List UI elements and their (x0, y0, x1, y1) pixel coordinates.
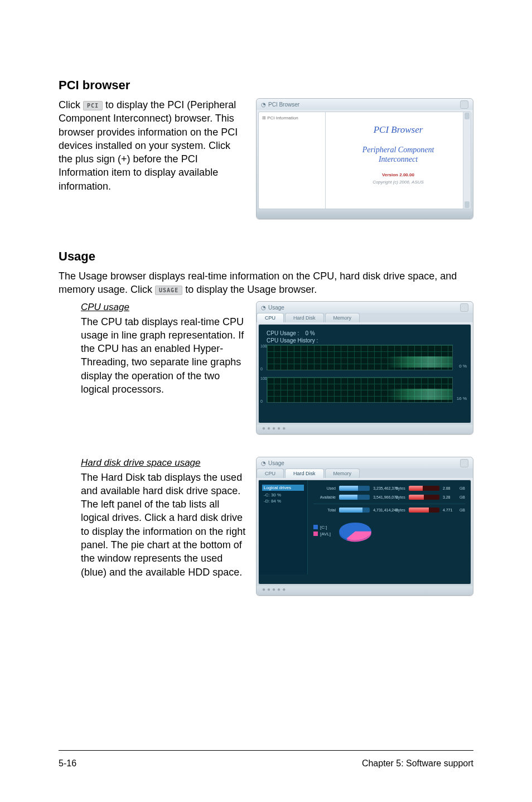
pci-version: Version 2.00.00 (326, 172, 471, 177)
g2-bot: 0 (260, 399, 263, 403)
hdd-window: ◔ Usage CPU Hard Disk Memory Logical dri… (256, 457, 473, 596)
hdd-drive-item[interactable]: -C: 30 % (262, 492, 304, 498)
usage-para-suffix: to display the Usage browser. (185, 284, 317, 295)
hdd-meter-row: Available3,541,966,072Bytes3.28GB (313, 495, 465, 500)
cpu-usage-value: 0 % (305, 330, 315, 336)
hdd-drive-header: Logical drives (262, 485, 304, 491)
pci-tree-node[interactable]: ⊞ PCI Information (262, 115, 322, 120)
meter-unit-right: GB (460, 508, 465, 512)
cpu-tab-row: CPU Hard Disk Memory (257, 313, 473, 322)
meter-num-right: 3.28 (443, 495, 456, 499)
hdd-window-icon: ◔ (261, 460, 266, 466)
pci-tree-panel[interactable]: ⊞ PCI Information (259, 112, 326, 209)
usage-button-inline: USAGE (155, 286, 182, 296)
meter-bar-left (339, 495, 370, 500)
hdd-paragraph: The Hard Disk tab displays the used and … (81, 472, 245, 578)
meter-num-left: 3,541,966,072 (373, 495, 392, 499)
hdd-window-titlebar: ◔ Usage (257, 457, 473, 468)
tab-harddisk[interactable]: Hard Disk (285, 468, 324, 478)
cpu-window-title-label: Usage (268, 305, 284, 311)
meter-unit-left: Bytes (395, 486, 405, 490)
meter-unit-right: GB (460, 495, 465, 499)
legend-avail-code: [AVL] (320, 532, 331, 537)
cpu-usage-label: CPU Usage : 0 % (267, 330, 453, 336)
cpu-history-label: CPU Usage History : (267, 337, 453, 344)
pci-right-sub2: Interconnect (326, 155, 471, 165)
cpu-usage-text: CPU usage The CPU tab displays real-time… (81, 301, 246, 397)
g1-pct: 0 % (459, 364, 467, 369)
g2-pct: 16 % (457, 396, 467, 401)
meter-bar-right (409, 486, 439, 491)
footer-right: Chapter 5: Software support (362, 758, 473, 769)
pci-browser-window: ◔ PCI Browser ⊞ PCI Information PCI Brow… (256, 98, 473, 219)
pci-button-inline: PCI (83, 101, 103, 111)
legend-used-code: [C:] (320, 525, 327, 530)
hdd-meter-row: Used3,235,462,376Bytes2.88GB (313, 486, 465, 491)
meter-bar-left (339, 508, 370, 513)
meter-unit-left: Bytes (395, 495, 405, 499)
hdd-right-panel: Used3,235,462,376Bytes2.88GBAvailable3,5… (308, 480, 471, 574)
pci-right-title: PCI Browser (326, 124, 471, 136)
cpu-usage-window: ◔ Usage CPU Hard Disk Memory CPU Usage : (256, 301, 473, 434)
hdd-drive-list: Logical drives -C: 30 % -D: 84 % (259, 480, 308, 574)
hdd-window-title-text: ◔ Usage (261, 460, 284, 466)
pci-right-sub1: Peripheral Component (326, 146, 471, 155)
close-icon[interactable] (460, 303, 468, 312)
meter-label: Available (313, 495, 336, 499)
pci-window-title-label: PCI Browser (268, 102, 299, 108)
hdd-separator (313, 504, 465, 504)
meter-label: Used (313, 486, 336, 490)
pci-window-titlebar: ◔ PCI Browser (257, 99, 473, 110)
hdd-tab-row: CPU Hard Disk Memory (257, 468, 473, 478)
footer-left: 5-16 (59, 758, 76, 769)
pci-paragraph: Click PCI to display the PCI (Peripheral… (59, 98, 246, 193)
pci-para-suffix: to display the PCI (Peripheral Component… (59, 99, 238, 192)
meter-unit-right: GB (460, 486, 465, 490)
tab-cpu[interactable]: CPU (257, 313, 284, 322)
meter-bar-right (409, 508, 439, 513)
page-footer: 5-16 Chapter 5: Software support (59, 750, 473, 769)
g1-top: 100 (260, 344, 267, 348)
pci-window-footer (257, 211, 473, 219)
g1-bot: 0 (260, 367, 263, 371)
legend-square-pink (313, 532, 318, 536)
meter-bar-left (339, 486, 370, 491)
cpu-window-icon: ◔ (261, 305, 266, 311)
meter-num-left: 3,235,462,376 (373, 486, 392, 490)
cpu-usage-label-text: CPU Usage : (267, 330, 299, 336)
pci-para-prefix: Click (59, 99, 83, 110)
hdd-window-footer: ●●●●● (257, 586, 473, 595)
tab-harddisk[interactable]: Hard Disk (285, 313, 324, 322)
g2-top: 100 (260, 376, 267, 380)
close-icon[interactable] (460, 100, 468, 109)
meter-num-right: 4.771 (443, 508, 456, 512)
close-icon[interactable] (460, 459, 468, 467)
hdd-window-title-label: Usage (268, 460, 284, 466)
cpu-usage-subheading: CPU usage (81, 301, 246, 314)
hdd-drive-item[interactable]: -D: 84 % (262, 498, 304, 504)
meter-num-right: 2.88 (443, 486, 456, 490)
meter-label: Total (313, 508, 336, 512)
scrollbar[interactable] (463, 112, 471, 209)
legend-square-blue (313, 525, 318, 529)
tab-memory[interactable]: Memory (325, 313, 360, 322)
cpu-graph-1: 100 0 0 % (267, 345, 453, 370)
tab-cpu[interactable]: CPU (257, 468, 284, 478)
pci-window-icon: ◔ (261, 102, 266, 108)
pci-tree-node-label: PCI Information (267, 115, 298, 120)
pci-window-title-text: ◔ PCI Browser (261, 102, 299, 108)
cpu-window-titlebar: ◔ Usage (257, 302, 473, 313)
usage-paragraph: The Usage browser displays real-time inf… (59, 269, 473, 297)
meter-num-left: 4,731,414,248 (373, 508, 392, 512)
cpu-window-title-text: ◔ Usage (261, 305, 284, 311)
hdd-meter-row: Total4,731,414,248Bytes4.771GB (313, 508, 465, 513)
pie-legend: [C:] [AVL] (313, 524, 331, 538)
pie-chart (335, 516, 375, 545)
tab-memory[interactable]: Memory (325, 468, 360, 478)
usage-heading: Usage (59, 249, 473, 264)
meter-unit-left: Bytes (395, 508, 405, 512)
pci-copyright: Copyright (c) 2006, ASUS (326, 180, 471, 185)
cpu-graph-2: 100 0 16 % (267, 377, 453, 403)
pci-heading: PCI browser (59, 78, 473, 93)
meter-bar-right (409, 495, 439, 500)
